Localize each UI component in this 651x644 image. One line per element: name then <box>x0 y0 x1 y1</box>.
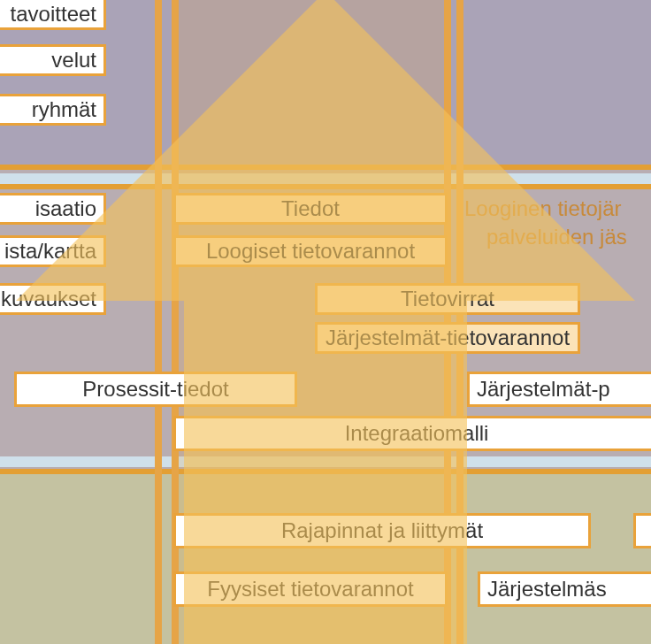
box-prosessit: Prosessit-tiedot <box>14 372 297 407</box>
label: isaatio <box>35 196 96 221</box>
box-jarjestelmas: Järjestelmäs <box>478 571 651 607</box>
label: Järjestelmäs <box>487 577 607 602</box>
box-tavoitteet: tavoitteet <box>0 0 106 30</box>
text: Looginen tietojär <box>464 196 621 220</box>
box-integraatiomalli: Integraatiomalli <box>173 416 651 451</box>
box-ryhmat: ryhmät <box>0 94 106 126</box>
label-looginen: Looginen tietojär <box>464 196 621 221</box>
label: ryhmät <box>32 97 96 122</box>
box-tiedot: Tiedot <box>173 193 448 225</box>
label: Prosessit-tiedot <box>82 377 228 402</box>
label-palveluiden: palveluiden jäs <box>486 225 627 249</box>
label: tavoitteet <box>11 2 96 27</box>
label: kuvaukset <box>1 287 96 311</box>
label: Järjestelmät-tietovarannot <box>326 326 570 350</box>
label: Tiedot <box>281 196 340 221</box>
diagram-canvas: tavoitteet velut ryhmät isaatio ista/kar… <box>0 0 651 644</box>
label: Tietovirrat <box>401 287 494 311</box>
label: Fyysiset tietovarannot <box>207 577 413 602</box>
box-rajapinnat: Rajapinnat ja liittymät <box>173 513 591 548</box>
box-tietovirrat: Tietovirrat <box>315 283 580 315</box>
box-velut: velut <box>0 44 106 76</box>
text: palveluiden jäs <box>486 225 627 249</box>
box-right-fragment <box>633 513 651 548</box>
label: ista/kartta <box>4 239 96 264</box>
label: Integraatiomalli <box>345 421 489 446</box>
box-lista: ista/kartta <box>0 235 106 267</box>
box-kuvaukset: kuvaukset <box>0 283 106 315</box>
vline <box>155 0 162 644</box>
box-fyysiset: Fyysiset tietovarannot <box>173 571 448 607</box>
label: Loogiset tietovarannot <box>206 239 415 264</box>
box-loogiset: Loogiset tietovarannot <box>173 235 448 267</box>
label: velut <box>51 48 96 73</box>
box-jarj-tietovarannot: Järjestelmät-tietovarannot <box>315 322 580 354</box>
box-isaatio: isaatio <box>0 193 106 225</box>
label: Rajapinnat ja liittymät <box>281 518 483 543</box>
box-jarjestelmat-p: Järjestelmät-p <box>467 372 651 407</box>
label: Järjestelmät-p <box>477 377 610 402</box>
